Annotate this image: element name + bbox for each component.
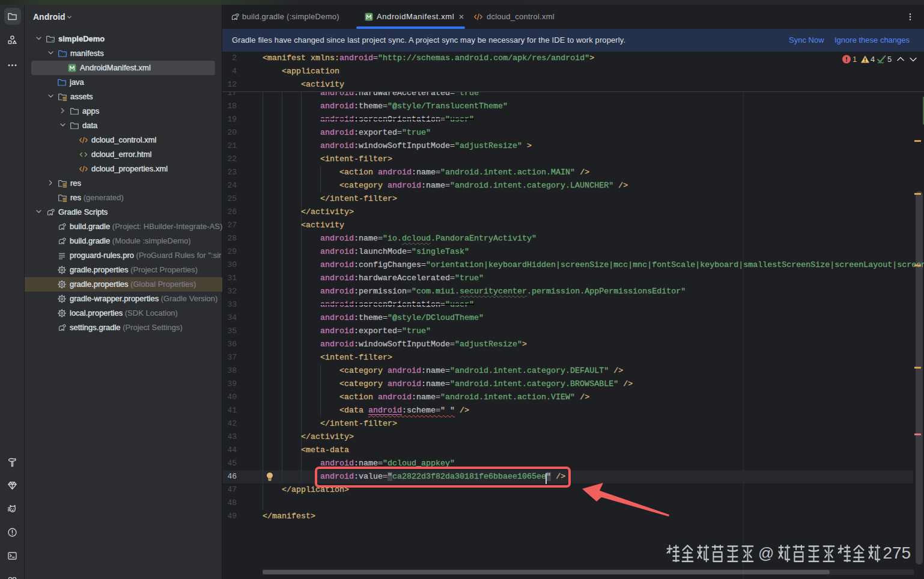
svg-text:1: 1 [853, 55, 857, 64]
svg-text:4: 4 [871, 55, 875, 64]
svg-text:5: 5 [887, 55, 892, 64]
